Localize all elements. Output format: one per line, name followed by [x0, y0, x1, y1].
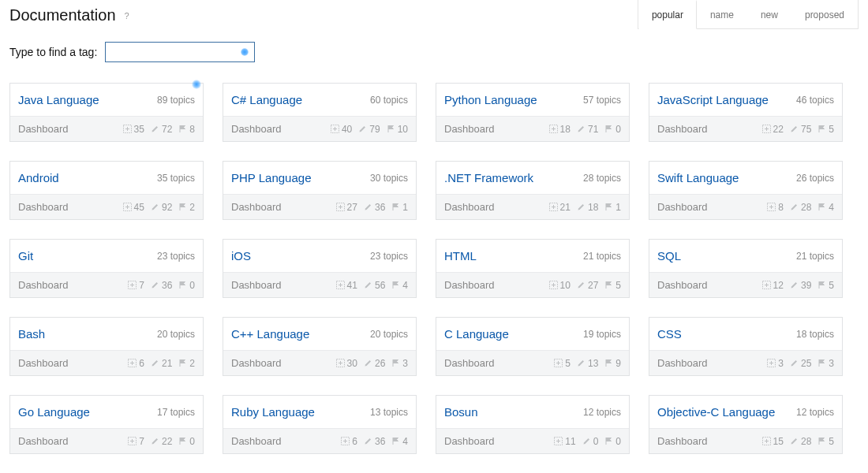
tag-name-link[interactable]: Android	[18, 171, 59, 184]
dashboard-link[interactable]: Dashboard	[444, 357, 495, 369]
dashboard-link[interactable]: Dashboard	[444, 123, 495, 135]
stat-edits[interactable]: 92	[151, 202, 172, 213]
dashboard-link[interactable]: Dashboard	[657, 357, 708, 369]
stat-edits[interactable]: 39	[790, 280, 811, 291]
dashboard-link[interactable]: Dashboard	[444, 201, 495, 213]
stat-edits[interactable]: 75	[790, 124, 811, 135]
stat-edits[interactable]: 28	[790, 436, 811, 447]
stat-edits[interactable]: 22	[151, 436, 172, 447]
stat-flags[interactable]: 0	[604, 436, 621, 447]
tag-name-link[interactable]: Ruby Language	[231, 405, 315, 419]
stat-new[interactable]: 21	[549, 202, 571, 213]
dashboard-link[interactable]: Dashboard	[18, 357, 69, 369]
stat-flags[interactable]: 5	[817, 280, 834, 291]
stat-edits[interactable]: 36	[151, 280, 172, 291]
dashboard-link[interactable]: Dashboard	[231, 201, 282, 213]
tag-name-link[interactable]: JavaScript Language	[657, 93, 769, 106]
dashboard-link[interactable]: Dashboard	[444, 279, 495, 291]
dashboard-link[interactable]: Dashboard	[18, 201, 69, 213]
stat-edits[interactable]: 21	[151, 358, 172, 369]
stat-new[interactable]: 10	[549, 280, 571, 291]
stat-new[interactable]: 12	[762, 280, 784, 291]
stat-flags[interactable]: 0	[604, 124, 621, 135]
stat-edits[interactable]: 28	[790, 202, 811, 213]
stat-edits[interactable]: 25	[790, 358, 811, 369]
stat-edits[interactable]: 0	[582, 436, 599, 447]
dashboard-link[interactable]: Dashboard	[657, 435, 708, 447]
tag-name-link[interactable]: Bash	[18, 327, 45, 341]
tag-name-link[interactable]: Go Language	[18, 405, 90, 419]
stat-flags[interactable]: 2	[178, 202, 195, 213]
stat-flags[interactable]: 5	[604, 280, 621, 291]
stat-flags[interactable]: 4	[817, 202, 834, 213]
stat-edits[interactable]: 18	[577, 202, 598, 213]
dashboard-link[interactable]: Dashboard	[231, 357, 282, 369]
stat-new[interactable]: 15	[762, 436, 784, 447]
dashboard-link[interactable]: Dashboard	[18, 123, 69, 135]
stat-flags[interactable]: 9	[604, 358, 621, 369]
stat-new[interactable]: 11	[554, 436, 575, 447]
stat-edits[interactable]: 27	[577, 280, 598, 291]
stat-flags[interactable]: 8	[178, 124, 195, 135]
stat-new[interactable]: 40	[331, 124, 352, 135]
stat-new[interactable]: 6	[128, 358, 144, 369]
sort-tab-popular[interactable]: popular	[638, 0, 697, 29]
stat-flags[interactable]: 3	[817, 358, 834, 369]
dashboard-link[interactable]: Dashboard	[444, 435, 495, 447]
search-input[interactable]	[105, 42, 255, 62]
stat-new[interactable]: 45	[123, 202, 144, 213]
stat-edits[interactable]: 71	[577, 124, 598, 135]
stat-edits[interactable]: 13	[577, 358, 598, 369]
tag-name-link[interactable]: SQL	[657, 249, 681, 263]
tag-name-link[interactable]: Bosun	[444, 405, 478, 419]
stat-edits[interactable]: 79	[358, 124, 380, 135]
tag-name-link[interactable]: Java Language	[18, 93, 99, 106]
stat-new[interactable]: 22	[762, 124, 784, 135]
sort-tab-name[interactable]: name	[697, 0, 747, 28]
tag-name-link[interactable]: Swift Language	[657, 171, 739, 184]
stat-flags[interactable]: 0	[178, 280, 195, 291]
sort-tab-proposed[interactable]: proposed	[791, 0, 858, 28]
tag-name-link[interactable]: C Language	[444, 327, 509, 341]
stat-new[interactable]: 8	[767, 202, 784, 213]
stat-flags[interactable]: 3	[391, 358, 408, 369]
stat-new[interactable]: 30	[336, 358, 357, 369]
dashboard-link[interactable]: Dashboard	[657, 201, 708, 213]
dashboard-link[interactable]: Dashboard	[657, 123, 708, 135]
dashboard-link[interactable]: Dashboard	[231, 279, 282, 291]
stat-edits[interactable]: 26	[364, 358, 385, 369]
stat-flags[interactable]: 1	[604, 202, 621, 213]
tag-name-link[interactable]: iOS	[231, 249, 251, 263]
stat-flags[interactable]: 4	[391, 436, 408, 447]
tag-name-link[interactable]: HTML	[444, 249, 477, 263]
stat-flags[interactable]: 5	[817, 124, 834, 135]
dashboard-link[interactable]: Dashboard	[657, 279, 708, 291]
tag-name-link[interactable]: PHP Language	[231, 171, 311, 184]
stat-new[interactable]: 6	[341, 436, 357, 447]
stat-new[interactable]: 18	[549, 124, 571, 135]
tag-name-link[interactable]: Objective-C Language	[657, 405, 775, 419]
stat-flags[interactable]: 10	[387, 124, 408, 135]
dashboard-link[interactable]: Dashboard	[231, 435, 282, 447]
tag-name-link[interactable]: CSS	[657, 327, 682, 341]
stat-flags[interactable]: 4	[391, 280, 408, 291]
sort-tab-new[interactable]: new	[747, 0, 791, 28]
tag-name-link[interactable]: .NET Framework	[444, 171, 533, 184]
tag-name-link[interactable]: C# Language	[231, 93, 302, 106]
stat-new[interactable]: 41	[336, 280, 357, 291]
stat-edits[interactable]: 56	[364, 280, 385, 291]
dashboard-link[interactable]: Dashboard	[18, 279, 69, 291]
stat-new[interactable]: 5	[554, 358, 571, 369]
stat-edits[interactable]: 36	[364, 202, 385, 213]
stat-flags[interactable]: 2	[178, 358, 195, 369]
stat-new[interactable]: 3	[767, 358, 784, 369]
dashboard-link[interactable]: Dashboard	[18, 435, 69, 447]
stat-new[interactable]: 35	[123, 124, 144, 135]
stat-flags[interactable]: 5	[817, 436, 834, 447]
tag-name-link[interactable]: Git	[18, 249, 33, 263]
stat-edits[interactable]: 36	[364, 436, 385, 447]
stat-new[interactable]: 7	[128, 436, 144, 447]
tag-name-link[interactable]: C++ Language	[231, 327, 309, 341]
stat-new[interactable]: 27	[336, 202, 357, 213]
dashboard-link[interactable]: Dashboard	[231, 123, 282, 135]
